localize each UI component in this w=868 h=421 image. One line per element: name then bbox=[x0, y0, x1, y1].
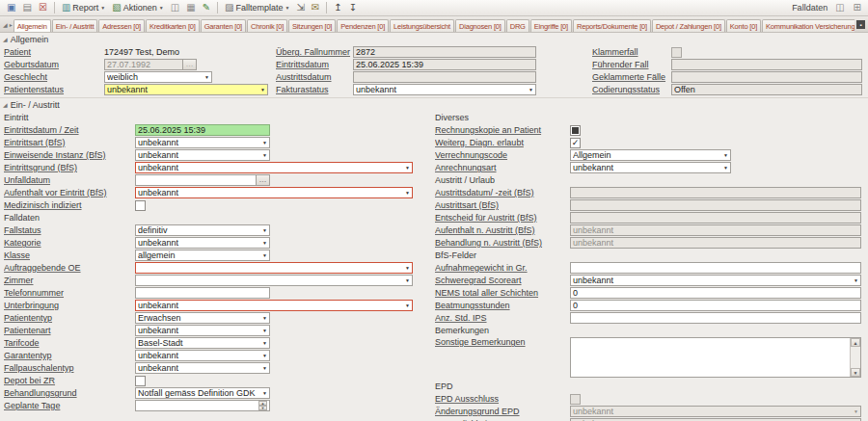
field-label-patiententyp[interactable]: Patiententyp bbox=[4, 313, 135, 323]
eintrittsart-bfs-select[interactable]: unbekannt▼ bbox=[135, 137, 270, 148]
klasse-select[interactable]: allgemein▼ bbox=[135, 250, 270, 261]
einweisende-instanz-bfs-select[interactable]: unbekannt▼ bbox=[135, 149, 270, 161]
unfalldatum-input[interactable] bbox=[135, 174, 257, 186]
field-label-geklammerte-faelle[interactable]: Geklammerte Fälle bbox=[592, 72, 671, 82]
falltemplate-menu-button[interactable]: ▨ Falltemplate ▼ bbox=[222, 1, 292, 15]
tab-ein-austritt[interactable]: Ein- / Austritt bbox=[52, 19, 98, 32]
tab-eingriffe-0[interactable]: Eingriffe [0] bbox=[530, 19, 572, 32]
zimmer-select[interactable]: ▼ bbox=[135, 275, 413, 286]
field-label-aufenthalt-vor-eintritt-bfs[interactable]: Aufenthalt vor Eintritt (BfS) bbox=[4, 188, 135, 197]
field-label-epd-ausschluss[interactable]: EPD Ausschluss bbox=[435, 394, 570, 404]
download-button[interactable]: ↧ bbox=[346, 1, 360, 15]
field-label-patient[interactable]: Patient bbox=[4, 47, 104, 57]
tab-leistungsuebersicht[interactable]: Leistungsübersicht bbox=[390, 19, 454, 32]
tab-drg[interactable]: DRG bbox=[506, 19, 529, 32]
sign-button[interactable]: ✎ bbox=[200, 1, 213, 15]
scrollbar[interactable]: ▲▼ bbox=[850, 338, 860, 377]
field-label-klasse[interactable]: Klasse bbox=[4, 250, 135, 260]
depot-bei-zr-checkbox[interactable] bbox=[135, 376, 146, 386]
tab-kommunikation-versicherung-0[interactable]: Kommunikation Versicherung [0] bbox=[762, 19, 854, 32]
unterbringung-select[interactable]: unbekannt▼ bbox=[135, 300, 413, 311]
field-label-eintrittsart-bfs[interactable]: Eintrittsart (BfS) bbox=[4, 138, 135, 147]
patientenstatus-select[interactable]: unbekannt▼ bbox=[104, 84, 268, 95]
field-label-aenderungsgrund-epd[interactable]: Änderungsgrund EPD bbox=[435, 407, 570, 416]
field-label-austrittsdatum[interactable]: Austrittsdatum bbox=[276, 72, 353, 82]
field-label-austrittsart-bfs[interactable]: Austrittsart (BfS) bbox=[435, 200, 570, 210]
tab-overflow-button[interactable]: ▪ bbox=[856, 20, 865, 29]
tab-konto-0[interactable]: Konto [0] bbox=[726, 19, 761, 32]
field-label-kategorie[interactable]: Kategorie bbox=[4, 238, 135, 248]
layout-button[interactable]: ◫ bbox=[832, 1, 847, 15]
field-label-patientenstatus[interactable]: Patientenstatus bbox=[4, 85, 104, 94]
field-label-garantentyp[interactable]: Garantentyp bbox=[4, 351, 135, 360]
field-label-behandlungsgrund[interactable]: Behandlungsgrund bbox=[4, 388, 135, 398]
geplante-tage-input[interactable]: ▲▼ bbox=[135, 400, 270, 411]
tab-allgemein[interactable]: Allgemein bbox=[14, 19, 51, 32]
tab-depot-zahlungen-0[interactable]: Depot / Zahlungen [0] bbox=[652, 19, 725, 32]
tab-garanten-0[interactable]: Garanten [0] bbox=[201, 19, 246, 32]
mail-button[interactable]: ✉ bbox=[309, 1, 322, 15]
field-label-nems-total-aller-schichten[interactable]: NEMS total aller Schichten bbox=[435, 288, 570, 298]
field-label-unfalldatum[interactable]: Unfalldatum bbox=[4, 175, 135, 185]
tab-chronik-0[interactable]: Chronik [0] bbox=[247, 19, 287, 32]
field-label-weiterg-diagn-erlaubt[interactable]: Weiterg. Diagn. erlaubt bbox=[435, 138, 570, 147]
patientenart-select[interactable]: unbekannt▼ bbox=[135, 325, 270, 336]
field-label-fallpauschalentyp[interactable]: Fallpauschalentyp bbox=[4, 363, 135, 373]
medizinisch-indiziert-checkbox[interactable] bbox=[135, 200, 146, 211]
spinner-buttons[interactable]: ▲▼ bbox=[258, 401, 267, 410]
tab-adressen-0[interactable]: Adressen [0] bbox=[98, 19, 145, 32]
field-label-ueberg-fallnummer[interactable]: Überg. Fallnummer bbox=[276, 47, 353, 57]
expand-icon[interactable]: ▸ bbox=[10, 21, 13, 28]
field-label-geplante-tage[interactable]: Geplante Tage bbox=[4, 401, 135, 410]
close-button[interactable]: ☒ bbox=[36, 1, 50, 15]
report-menu-button[interactable]: ▥ Report ▼ bbox=[59, 1, 108, 15]
fallstatus-select[interactable]: definitiv▼ bbox=[135, 224, 270, 236]
telefonnummer-input[interactable] bbox=[135, 287, 270, 299]
field-label-eintrittsgrund-bfs[interactable]: Eintrittsgrund (BfS) bbox=[4, 163, 135, 172]
field-label-einweisende-instanz-bfs[interactable]: Einweisende Instanz (BfS) bbox=[4, 150, 135, 160]
date-picker-button[interactable]: … bbox=[257, 174, 270, 186]
field-label-eintrittsdatum[interactable]: Eintrittsdatum bbox=[276, 60, 353, 69]
field-label-klammerfall[interactable]: Klammerfall bbox=[592, 47, 671, 57]
schweregrad-scoreart-select[interactable]: unbekannt▼ bbox=[570, 275, 861, 286]
eintrittsgrund-bfs-select[interactable]: unbekannt▼ bbox=[135, 162, 413, 173]
field-label-aufnahmegewicht-in-gr[interactable]: Aufnahmegewicht in Gr. bbox=[435, 263, 570, 273]
copy-button[interactable]: ◫ bbox=[168, 1, 182, 15]
auftraggebende-oe-select[interactable]: ▼ bbox=[135, 262, 413, 274]
kategorie-select[interactable]: unbekannt▼ bbox=[135, 237, 270, 249]
field-label-medizinisch-indiziert[interactable]: Medizinisch indiziert bbox=[4, 200, 135, 210]
field-label-entscheid-fuer-austritt-bfs[interactable]: Entscheid für Austritt (BfS) bbox=[435, 213, 570, 223]
field-label-fakturastatus[interactable]: Fakturastatus bbox=[276, 85, 353, 94]
field-label-geburtsdatum[interactable]: Geburtsdatum bbox=[4, 60, 104, 69]
field-label-behandlung-n-austritt-bfs[interactable]: Behandlung n. Austritt (BfS) bbox=[435, 238, 570, 248]
section-header-ein-austritt[interactable]: ◢ Ein- / Austritt bbox=[0, 98, 868, 110]
field-label-unterbringung[interactable]: Unterbringung bbox=[4, 301, 135, 310]
field-label-depot-bei-zr[interactable]: Depot bei ZR bbox=[4, 376, 135, 385]
nems-total-aller-schichten-input[interactable]: 0 bbox=[570, 287, 861, 299]
aufnahmegewicht-in-gr-input[interactable] bbox=[570, 262, 861, 274]
field-label-anrechnungsart[interactable]: Anrechnungsart bbox=[435, 163, 570, 172]
behandlungsgrund-select[interactable]: Notfall gemäss Definition GDK▼ bbox=[135, 387, 270, 399]
field-label-fallstatus[interactable]: Fallstatus bbox=[4, 225, 135, 235]
aktionen-menu-button[interactable]: ▧ Aktionen ▼ bbox=[109, 1, 166, 15]
tab-kreditkarten-0[interactable]: Kreditkarten [0] bbox=[146, 19, 200, 32]
section-header-allgemein[interactable]: ◢ Allgemein bbox=[0, 33, 868, 44]
geschlecht-select[interactable]: weiblich▼ bbox=[104, 71, 212, 83]
anrechnungsart-select[interactable]: unbekannt▼ bbox=[570, 162, 731, 173]
fallpauschalentyp-select[interactable]: unbekannt▼ bbox=[135, 362, 270, 374]
patiententyp-select[interactable]: Erwachsen▼ bbox=[135, 312, 270, 324]
tarifcode-select[interactable]: Basel-Stadt▼ bbox=[135, 337, 270, 349]
windows-button[interactable]: ⊞ bbox=[851, 1, 864, 15]
field-label-tarifcode[interactable]: Tarifcode bbox=[4, 338, 135, 348]
field-label-codierungsstatus[interactable]: Codierungsstatus bbox=[592, 85, 671, 94]
anz-std-ips-input[interactable] bbox=[570, 312, 861, 324]
export-button[interactable]: ⇲ bbox=[293, 1, 307, 15]
field-label-schweregrad-scoreart[interactable]: Schweregrad Scoreart bbox=[435, 276, 570, 285]
tab-sitzungen-0[interactable]: Sitzungen [0] bbox=[288, 19, 336, 32]
save-button[interactable]: ▣ bbox=[4, 1, 18, 15]
eintrittsdatum-zeit-input[interactable]: 25.06.2025 15:39 bbox=[135, 124, 270, 136]
field-label-patientenart[interactable]: Patientenart bbox=[4, 326, 135, 335]
print-button[interactable]: ▤ bbox=[19, 1, 34, 15]
fakturastatus-select[interactable]: unbekannt▼ bbox=[353, 84, 536, 95]
beatmungsstunden-input[interactable]: 0 bbox=[570, 300, 861, 311]
